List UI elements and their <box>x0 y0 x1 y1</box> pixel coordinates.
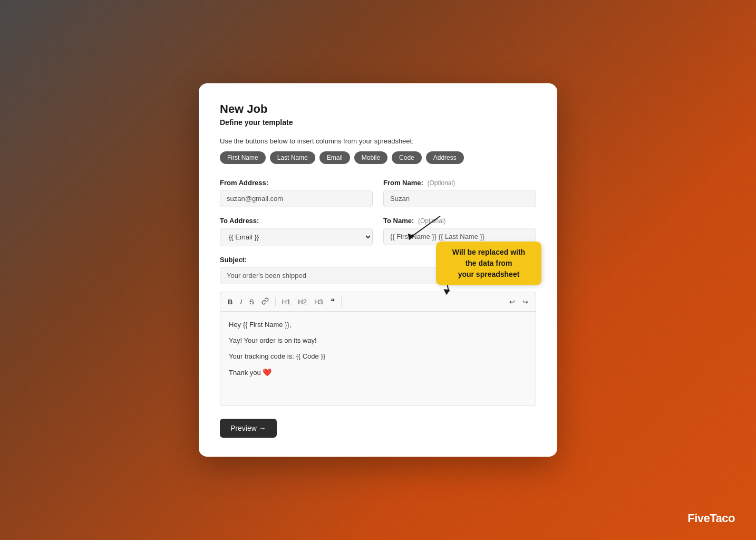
toolbar-bold[interactable]: B <box>225 296 236 307</box>
tag-first-name[interactable]: First Name <box>220 151 266 164</box>
from-name-label: From Name: (Optional) <box>383 179 536 187</box>
toolbar-h2[interactable]: H2 <box>295 296 310 307</box>
editor-content[interactable]: Hey {{ First Name }}, Yay! Your order is… <box>220 311 536 406</box>
toolbar-link[interactable] <box>258 296 272 308</box>
tag-mobile[interactable]: Mobile <box>354 151 387 164</box>
editor-line-1: Hey {{ First Name }}, <box>229 319 527 331</box>
page-subtitle: Define your template <box>220 118 536 127</box>
tag-email[interactable]: Email <box>319 151 350 164</box>
toolbar-quote[interactable]: ❝ <box>327 295 338 308</box>
from-address-group: From Address: <box>220 179 373 207</box>
to-address-group: To Address: {{ Email }}{{ Mobile }}Custo… <box>220 217 373 246</box>
tag-last-name[interactable]: Last Name <box>270 151 315 164</box>
editor-line-3: Your tracking code is: {{ Code }} <box>229 351 527 362</box>
instruction-text: Use the buttons below to insert columns … <box>220 137 536 145</box>
preview-button[interactable]: Preview → <box>220 419 277 438</box>
from-name-input[interactable] <box>383 190 536 207</box>
editor-line-4: Thank you ❤️ <box>229 367 527 379</box>
annotation-bubble: Will be replaced with the data from your… <box>436 242 541 285</box>
to-address-select[interactable]: {{ Email }}{{ Mobile }}Custom <box>220 228 373 246</box>
toolbar-divider-2 <box>341 297 342 306</box>
editor-line-2: Yay! Your order is on its way! <box>229 335 527 346</box>
toolbar-strikethrough[interactable]: S <box>246 296 257 307</box>
toolbar-right: ↩ ↪ <box>506 296 531 307</box>
from-address-label: From Address: <box>220 179 373 187</box>
toolbar-divider-1 <box>275 297 276 306</box>
toolbar-h1[interactable]: H1 <box>279 296 294 307</box>
heart-icon: ❤️ <box>263 368 272 377</box>
from-address-input[interactable] <box>220 190 373 207</box>
main-card: Will be replaced with the data from your… <box>199 83 557 457</box>
toolbar-italic[interactable]: I <box>237 296 245 307</box>
tag-buttons-container: First Name Last Name Email Mobile Code A… <box>220 151 536 164</box>
editor-toolbar: B I S H1 H2 H3 ❝ ↩ ↪ <box>220 292 536 311</box>
toolbar-redo[interactable]: ↪ <box>519 296 531 307</box>
tag-code[interactable]: Code <box>392 151 422 164</box>
page-title: New Job <box>220 102 536 116</box>
tag-address[interactable]: Address <box>426 151 464 164</box>
toolbar-undo[interactable]: ↩ <box>506 296 518 307</box>
from-row: From Address: From Name: (Optional) <box>220 179 536 207</box>
from-name-group: From Name: (Optional) <box>383 179 536 207</box>
to-name-label: To Name: (Optional) <box>383 217 536 225</box>
to-address-label: To Address: <box>220 217 373 225</box>
brand-logo: FiveTaco <box>687 512 735 525</box>
toolbar-h3[interactable]: H3 <box>311 296 326 307</box>
